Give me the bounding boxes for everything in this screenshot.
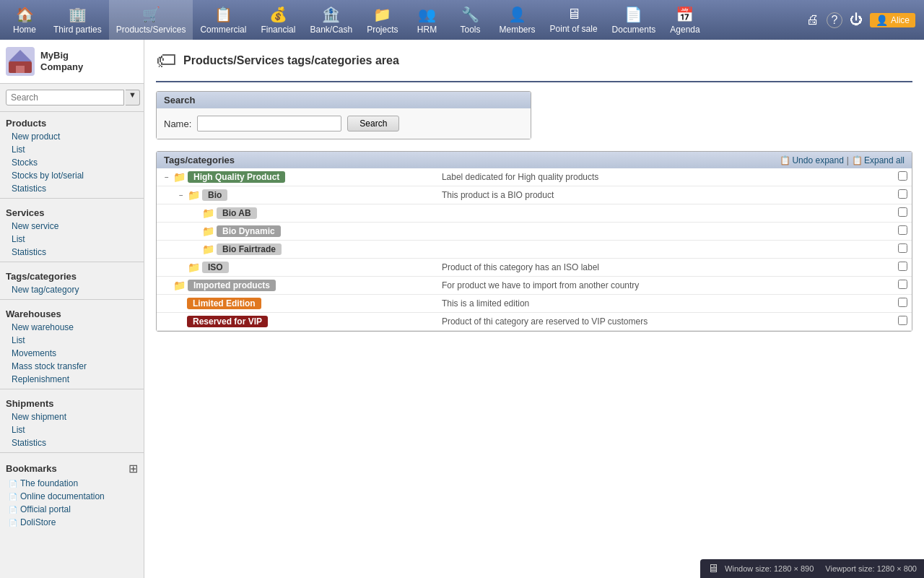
bookmark-dolistore[interactable]: 📄 DoliStore xyxy=(0,516,144,529)
nav-financial[interactable]: 💰 Financial xyxy=(253,0,302,40)
nav-documents[interactable]: 📄 Documents xyxy=(605,0,663,40)
sidebar-item-new-service[interactable]: New service xyxy=(0,220,144,233)
tags-table-wrapper: Tags/categories 📋 Undo expand | 📋 Expand… xyxy=(156,151,912,332)
nav-commercial[interactable]: 📋 Commercial xyxy=(193,0,253,40)
sidebar-item-new-product[interactable]: New product xyxy=(0,130,144,143)
sidebar-divider-4 xyxy=(0,389,144,389)
table-row[interactable]: −📁High Quality ProductLabel dedicated fo… xyxy=(157,168,912,186)
sidebar-item-new-tag[interactable]: New tag/category xyxy=(0,283,144,296)
print-icon[interactable]: 🖨 xyxy=(803,9,822,30)
collapse-icon[interactable]: − xyxy=(162,173,171,181)
table-row[interactable]: −📁BioThis product is a BIO product xyxy=(157,186,912,204)
sidebar-item-replenishment[interactable]: Replenishment xyxy=(0,373,144,386)
tag-badge[interactable]: ISO xyxy=(202,262,229,273)
tag-badge[interactable]: Reserved for VIP xyxy=(187,316,268,327)
table-row[interactable]: 📁Bio Fairtrade xyxy=(157,241,912,259)
third-parties-icon: 🏢 xyxy=(69,6,87,23)
folder-icon: 📁 xyxy=(173,280,186,291)
row-checkbox[interactable] xyxy=(898,225,907,235)
company-logo-icon xyxy=(6,47,35,76)
search-button[interactable]: Search xyxy=(347,116,399,131)
tags-table: −📁High Quality ProductLabel dedicated fo… xyxy=(157,168,912,331)
bookmarks-header: Bookmarks ⊞ xyxy=(0,456,144,477)
nav-home[interactable]: 🏠 Home xyxy=(3,0,46,40)
nav-right: 🖨 ? ⏻ 👤 Alice xyxy=(803,0,921,40)
tag-description xyxy=(437,204,890,223)
bookmark-foundation[interactable]: 📄 The foundation xyxy=(0,477,144,490)
tag-badge[interactable]: Bio Fairtrade xyxy=(217,243,282,255)
row-checkbox[interactable] xyxy=(898,243,907,253)
tag-badge[interactable]: Bio AB xyxy=(217,207,257,219)
sidebar-item-new-warehouse[interactable]: New warehouse xyxy=(0,321,144,334)
agenda-icon: 📅 xyxy=(676,6,694,23)
sidebar-section-tags: Tags/categories xyxy=(0,265,144,283)
search-name-input[interactable] xyxy=(197,116,341,131)
sidebar-item-movements[interactable]: Movements xyxy=(0,347,144,360)
tag-badge[interactable]: Limited Edition xyxy=(187,298,261,309)
sidebar-divider-5 xyxy=(0,452,144,453)
sidebar-divider-3 xyxy=(0,299,144,300)
sidebar-item-services-stats[interactable]: Statistics xyxy=(0,246,144,259)
expand-all-link[interactable]: 📋 Expand all xyxy=(852,155,905,165)
logout-icon[interactable]: ⏻ xyxy=(847,9,866,30)
sidebar-search-input[interactable] xyxy=(6,90,124,105)
sidebar-item-mass-stock-transfer[interactable]: Mass stock transfer xyxy=(0,360,144,373)
sidebar-item-products-list[interactable]: List xyxy=(0,143,144,156)
bookmark-icon-2: 📄 xyxy=(9,493,17,501)
row-checkbox[interactable] xyxy=(898,262,907,271)
nav-agenda[interactable]: 📅 Agenda xyxy=(663,0,707,40)
sidebar-item-products-stats[interactable]: Statistics xyxy=(0,182,144,195)
sidebar-logo: MyBigCompany xyxy=(0,40,144,84)
monitor-icon: 🖥 xyxy=(707,562,719,575)
sidebar-item-warehouses-list[interactable]: List xyxy=(0,334,144,347)
nav-products-services[interactable]: 🛒 Products/Services xyxy=(109,0,193,40)
sidebar-item-stocks[interactable]: Stocks xyxy=(0,156,144,169)
nav-tools[interactable]: 🔧 Tools xyxy=(449,0,492,40)
table-row[interactable]: 📁Imported productsFor product we have to… xyxy=(157,277,912,295)
row-checkbox[interactable] xyxy=(898,171,907,181)
sidebar-search-dropdown[interactable]: ▼ xyxy=(126,90,140,105)
sidebar-item-services-list[interactable]: List xyxy=(0,233,144,246)
sidebar-item-shipments-list[interactable]: List xyxy=(0,423,144,436)
financial-icon: 💰 xyxy=(269,6,287,23)
projects-icon: 📁 xyxy=(373,6,391,23)
add-bookmark-icon[interactable]: ⊞ xyxy=(128,462,138,475)
row-checkbox[interactable] xyxy=(898,298,907,307)
sidebar: MyBigCompany ▼ Products New product List… xyxy=(0,40,144,578)
collapse-icon[interactable]: − xyxy=(177,191,186,199)
folder-icon: 📁 xyxy=(188,189,200,201)
tag-badge[interactable]: Imported products xyxy=(188,280,276,291)
sidebar-item-shipments-stats[interactable]: Statistics xyxy=(0,436,144,449)
nav-members[interactable]: 👤 Members xyxy=(492,0,543,40)
tag-description xyxy=(437,223,890,241)
folder-icon: 📁 xyxy=(202,207,214,219)
sidebar-search-container: ▼ xyxy=(0,84,144,112)
bookmark-online-doc[interactable]: 📄 Online documentation xyxy=(0,490,144,503)
help-icon[interactable]: ? xyxy=(827,12,842,28)
nav-hrm[interactable]: 👥 HRM xyxy=(406,0,449,40)
members-icon: 👤 xyxy=(508,6,526,23)
row-checkbox[interactable] xyxy=(898,189,907,199)
tag-badge[interactable]: High Quality Product xyxy=(188,171,285,183)
row-checkbox[interactable] xyxy=(898,207,907,217)
bookmark-official-portal[interactable]: 📄 Official portal xyxy=(0,503,144,516)
bookmark-icon-1: 📄 xyxy=(9,480,17,488)
table-row[interactable]: Limited EditionThis is a limited edition xyxy=(157,295,912,313)
undo-expand-link[interactable]: 📋 Undo expand xyxy=(780,155,843,165)
nav-bank-cash[interactable]: 🏦 Bank/Cash xyxy=(302,0,359,40)
table-row[interactable]: Reserved for VIPProduct of thi category … xyxy=(157,313,912,331)
nav-third-parties[interactable]: 🏢 Third parties xyxy=(46,0,109,40)
tag-badge[interactable]: Bio Dynamic xyxy=(217,225,281,237)
table-row[interactable]: 📁Bio AB xyxy=(157,204,912,223)
table-row[interactable]: 📁Bio Dynamic xyxy=(157,223,912,241)
table-row[interactable]: 📁ISOProduct of this category has an ISO … xyxy=(157,259,912,277)
nav-projects[interactable]: 📁 Projects xyxy=(359,0,405,40)
row-checkbox[interactable] xyxy=(898,316,907,325)
sidebar-item-stocks-lot[interactable]: Stocks by lot/serial xyxy=(0,169,144,182)
products-icon: 🛒 xyxy=(142,6,160,23)
sidebar-item-new-shipment[interactable]: New shipment xyxy=(0,410,144,423)
folder-icon: 📁 xyxy=(202,243,214,255)
nav-point-of-sale[interactable]: 🖥 Point of sale xyxy=(543,0,605,40)
tag-badge[interactable]: Bio xyxy=(202,189,227,201)
row-checkbox[interactable] xyxy=(898,280,907,289)
